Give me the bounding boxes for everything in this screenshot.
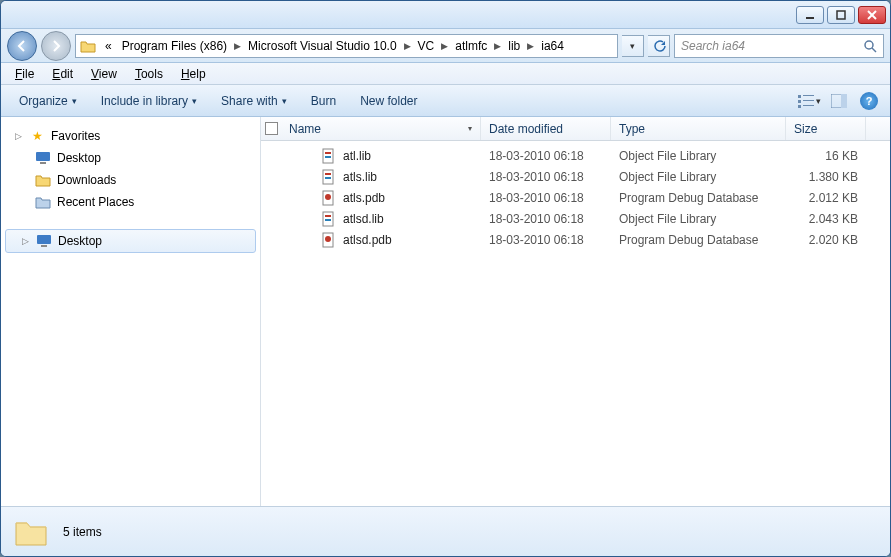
minimize-button[interactable] (796, 6, 824, 24)
folder-icon (13, 514, 49, 550)
file-size: 2.043 KB (786, 212, 866, 226)
sidebar-item-recent-places[interactable]: Recent Places (1, 191, 260, 213)
refresh-button[interactable] (648, 35, 670, 57)
search-icon (863, 39, 877, 53)
chevron-right-icon[interactable]: ▶ (525, 41, 536, 51)
svg-rect-28 (325, 219, 331, 221)
chevron-right-icon[interactable]: ▶ (439, 41, 450, 51)
svg-line-5 (872, 48, 876, 52)
table-row[interactable]: atlsd.lib18-03-2010 06:18Object File Lib… (261, 208, 890, 229)
svg-rect-10 (798, 105, 801, 108)
file-size: 2.012 KB (786, 191, 866, 205)
chevron-right-icon[interactable]: ▶ (492, 41, 503, 51)
menu-bar: File Edit View Tools Help (1, 63, 890, 85)
file-type: Object File Library (611, 149, 786, 163)
sidebar-item-label: Downloads (57, 173, 116, 187)
close-button[interactable] (858, 6, 886, 24)
maximize-button[interactable] (827, 6, 855, 24)
table-row[interactable]: atl.lib18-03-2010 06:18Object File Libra… (261, 145, 890, 166)
breadcrumb-item[interactable]: lib (503, 39, 525, 53)
breadcrumb-item[interactable]: ia64 (536, 39, 569, 53)
svg-rect-19 (325, 152, 331, 154)
file-size: 2.020 KB (786, 233, 866, 247)
file-size: 16 KB (786, 149, 866, 163)
file-name: atls.lib (343, 170, 377, 184)
column-name[interactable]: Name▾ (281, 117, 481, 140)
navigation-pane: ▷ ★ Favorites Desktop Downloads Recent P… (1, 117, 261, 506)
table-row[interactable]: atls.lib18-03-2010 06:18Object File Libr… (261, 166, 890, 187)
sort-indicator-icon: ▾ (468, 124, 472, 133)
sidebar-favorites-header[interactable]: ▷ ★ Favorites (1, 125, 260, 147)
svg-rect-9 (803, 100, 814, 101)
file-date: 18-03-2010 06:18 (481, 233, 611, 247)
table-row[interactable]: atls.pdb18-03-2010 06:18Program Debug Da… (261, 187, 890, 208)
status-count: 5 items (63, 525, 102, 539)
menu-edit[interactable]: Edit (44, 65, 81, 83)
nav-bar: « Program Files (x86)▶ Microsoft Visual … (1, 29, 890, 63)
titlebar (1, 1, 890, 29)
collapse-icon: ▷ (13, 131, 23, 141)
svg-point-25 (325, 194, 331, 200)
file-name: atls.pdb (343, 191, 385, 205)
svg-rect-16 (37, 235, 51, 244)
breadcrumb-item[interactable]: Microsoft Visual Studio 10.0 (243, 39, 402, 53)
search-input[interactable]: Search ia64 (674, 34, 884, 58)
view-options-button[interactable]: ▾ (796, 89, 822, 113)
file-icon (321, 232, 337, 248)
breadcrumb-item[interactable]: VC (413, 39, 440, 53)
menu-view[interactable]: View (83, 65, 125, 83)
status-bar: 5 items (1, 506, 890, 556)
help-button[interactable]: ? (856, 89, 882, 113)
column-size[interactable]: Size (786, 117, 866, 140)
svg-rect-17 (41, 245, 47, 247)
nav-forward-button[interactable] (41, 31, 71, 61)
file-icon (321, 190, 337, 206)
sidebar-item-downloads[interactable]: Downloads (1, 169, 260, 191)
svg-rect-1 (837, 11, 845, 19)
sidebar-item-desktop[interactable]: Desktop (1, 147, 260, 169)
sidebar-item-label: Desktop (57, 151, 101, 165)
share-with-button[interactable]: Share with ▾ (211, 90, 297, 112)
search-placeholder: Search ia64 (681, 39, 863, 53)
desktop-icon (36, 233, 52, 249)
svg-rect-22 (325, 173, 331, 175)
sidebar-item-desktop-root[interactable]: ▷ Desktop (5, 229, 256, 253)
breadcrumb-prefix: « (100, 39, 117, 53)
svg-rect-7 (803, 95, 814, 96)
svg-rect-15 (40, 162, 46, 164)
star-icon: ★ (29, 128, 45, 144)
address-bar[interactable]: « Program Files (x86)▶ Microsoft Visual … (75, 34, 618, 58)
chevron-right-icon[interactable]: ▶ (402, 41, 413, 51)
address-history-button[interactable]: ▾ (622, 35, 644, 57)
preview-pane-button[interactable] (826, 89, 852, 113)
svg-rect-14 (36, 152, 50, 161)
nav-back-button[interactable] (7, 31, 37, 61)
file-date: 18-03-2010 06:18 (481, 191, 611, 205)
svg-rect-11 (803, 105, 814, 106)
burn-button[interactable]: Burn (301, 90, 346, 112)
toolbar: Organize ▾ Include in library ▾ Share wi… (1, 85, 890, 117)
file-rows: atl.lib18-03-2010 06:18Object File Libra… (261, 141, 890, 506)
checkbox-column[interactable] (261, 122, 281, 135)
table-row[interactable]: atlsd.pdb18-03-2010 06:18Program Debug D… (261, 229, 890, 250)
svg-point-4 (865, 41, 873, 49)
file-name: atlsd.lib (343, 212, 384, 226)
svg-rect-8 (798, 100, 801, 103)
file-type: Program Debug Database (611, 191, 786, 205)
new-folder-button[interactable]: New folder (350, 90, 427, 112)
file-name: atlsd.pdb (343, 233, 392, 247)
breadcrumb-item[interactable]: atlmfc (450, 39, 492, 53)
column-date[interactable]: Date modified (481, 117, 611, 140)
file-icon (321, 169, 337, 185)
chevron-right-icon[interactable]: ▶ (232, 41, 243, 51)
sidebar-item-label: Recent Places (57, 195, 134, 209)
checkbox-icon (265, 122, 278, 135)
menu-tools[interactable]: Tools (127, 65, 171, 83)
organize-button[interactable]: Organize ▾ (9, 90, 87, 112)
include-library-button[interactable]: Include in library ▾ (91, 90, 207, 112)
column-type[interactable]: Type (611, 117, 786, 140)
breadcrumb-item[interactable]: Program Files (x86) (117, 39, 232, 53)
menu-file[interactable]: File (7, 65, 42, 83)
desktop-icon (35, 150, 51, 166)
menu-help[interactable]: Help (173, 65, 214, 83)
